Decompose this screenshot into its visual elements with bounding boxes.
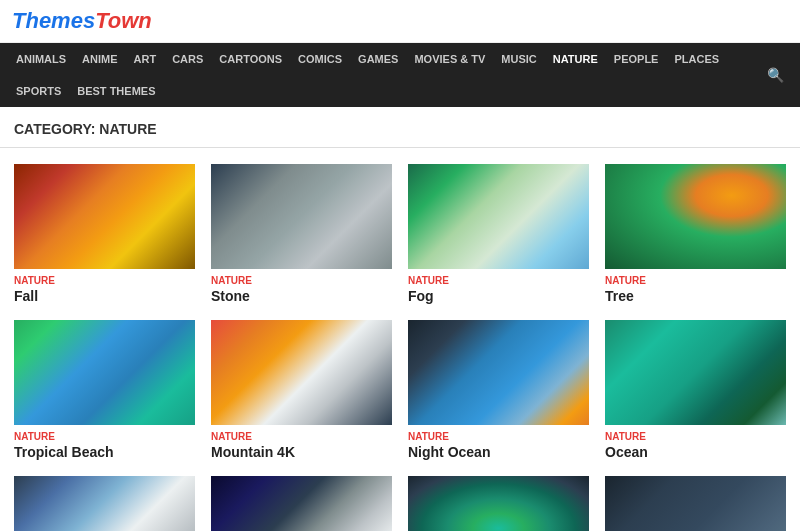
card-ocean[interactable]: NATUREOcean xyxy=(605,320,786,460)
card-title-ocean: Ocean xyxy=(605,444,786,460)
card-title-tropical-beach: Tropical Beach xyxy=(14,444,195,460)
nav-item-art[interactable]: ART xyxy=(126,43,165,75)
search-icon[interactable]: 🔍 xyxy=(759,57,792,93)
nav-item-movies---tv[interactable]: MOVIES & TV xyxy=(406,43,493,75)
card-night[interactable]: NATURENight Sky xyxy=(211,476,392,531)
nav-item-best-themes[interactable]: BEST THEMES xyxy=(69,75,163,107)
card-category-night-ocean: NATURE xyxy=(408,431,589,442)
card-image-dark xyxy=(605,476,786,531)
card-title-night-ocean: Night Ocean xyxy=(408,444,589,460)
card-fog[interactable]: NATUREFog xyxy=(408,164,589,304)
card-title-mountain-4k: Mountain 4K xyxy=(211,444,392,460)
nav-item-cartoons[interactable]: CARTOONS xyxy=(211,43,290,75)
card-dark[interactable]: NATUREDark Forest xyxy=(605,476,786,531)
card-image-tree xyxy=(605,164,786,269)
card-tropical-beach[interactable]: NATURETropical Beach xyxy=(14,320,195,460)
card-image-stone xyxy=(211,164,392,269)
card-image-tropical-beach xyxy=(14,320,195,425)
nav-item-animals[interactable]: ANIMALS xyxy=(8,43,74,75)
nav-item-places[interactable]: PLACES xyxy=(666,43,727,75)
nav-item-nature[interactable]: NATURE xyxy=(545,43,606,75)
nav-item-games[interactable]: GAMES xyxy=(350,43,406,75)
card-image-ocean xyxy=(605,320,786,425)
card-title-fog: Fog xyxy=(408,288,589,304)
card-title-tree: Tree xyxy=(605,288,786,304)
card-fall[interactable]: NATUREFall xyxy=(14,164,195,304)
nav-item-sports[interactable]: SPORTS xyxy=(8,75,69,107)
nav-item-comics[interactable]: COMICS xyxy=(290,43,350,75)
card-category-fall: NATURE xyxy=(14,275,195,286)
card-title-stone: Stone xyxy=(211,288,392,304)
card-image-mountain-4k xyxy=(211,320,392,425)
card-drops[interactable]: NATUREWater Drops xyxy=(408,476,589,531)
card-image-winter1 xyxy=(14,476,195,531)
cards-grid: NATUREFallNATUREStoneNATUREFogNATURETree… xyxy=(0,148,800,531)
card-image-night xyxy=(211,476,392,531)
card-image-night-ocean xyxy=(408,320,589,425)
nav-item-people[interactable]: PEOPLE xyxy=(606,43,667,75)
card-night-ocean[interactable]: NATURENight Ocean xyxy=(408,320,589,460)
card-category-stone: NATURE xyxy=(211,275,392,286)
card-image-fall xyxy=(14,164,195,269)
card-image-drops xyxy=(408,476,589,531)
card-stone[interactable]: NATUREStone xyxy=(211,164,392,304)
card-category-ocean: NATURE xyxy=(605,431,786,442)
card-category-mountain-4k: NATURE xyxy=(211,431,392,442)
header: ThemesTown xyxy=(0,0,800,43)
card-category-tropical-beach: NATURE xyxy=(14,431,195,442)
card-category-tree: NATURE xyxy=(605,275,786,286)
card-mountain-4k[interactable]: NATUREMountain 4K xyxy=(211,320,392,460)
card-category-fog: NATURE xyxy=(408,275,589,286)
nav-item-cars[interactable]: CARS xyxy=(164,43,211,75)
nav-item-anime[interactable]: ANIME xyxy=(74,43,125,75)
card-image-fog xyxy=(408,164,589,269)
logo[interactable]: ThemesTown xyxy=(12,8,152,34)
card-title-fall: Fall xyxy=(14,288,195,304)
card-winter1[interactable]: NATUREWinter Forest xyxy=(14,476,195,531)
nav-item-music[interactable]: MUSIC xyxy=(493,43,544,75)
category-title: CATEGORY: NATURE xyxy=(0,107,800,148)
main-nav: ANIMALSANIMEARTCARSCARTOONSCOMICSGAMESMO… xyxy=(0,43,800,107)
card-tree[interactable]: NATURETree xyxy=(605,164,786,304)
